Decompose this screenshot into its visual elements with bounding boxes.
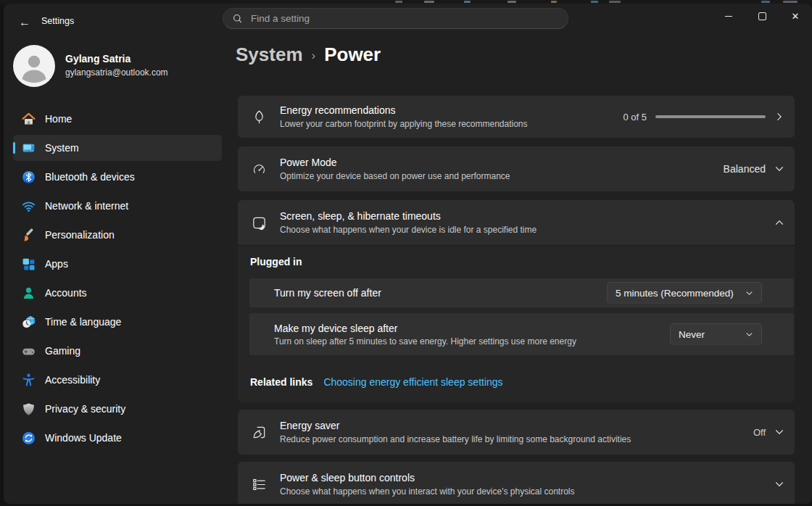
sidebar-item-accessibility[interactable]: Accessibility — [13, 367, 222, 393]
card-subtitle: Choose what happens when you interact wi… — [280, 486, 774, 497]
row-label: Make my device sleep after — [274, 322, 576, 335]
maximize-button[interactable] — [745, 4, 779, 28]
profile-email: gylangsatria@outlook.com — [65, 67, 168, 78]
bluetooth-icon — [20, 169, 36, 185]
search-icon — [232, 13, 243, 24]
card-title: Energy recommendations — [280, 104, 623, 117]
device-sleep-row: Make my device sleep after Turn on sleep… — [249, 313, 794, 355]
window-controls: ✕ — [712, 4, 812, 28]
chevron-right-icon — [774, 112, 784, 122]
power-mode-value: Balanced — [724, 163, 766, 175]
related-link-sleep-settings[interactable]: Choosing energy efficient sleep settings — [323, 376, 502, 388]
card-subtitle: Reduce power consumption and increase ba… — [280, 434, 753, 445]
sidebar-item-label: Accessibility — [45, 374, 100, 386]
settings-window: ← Settings ✕ Gylang Satria gylangsatria@… — [4, 4, 812, 504]
chevron-down-icon — [745, 289, 753, 297]
controls-list-icon — [238, 476, 280, 493]
home-icon — [20, 111, 36, 127]
accounts-icon — [20, 285, 36, 301]
chevron-down-icon — [745, 331, 753, 339]
energy-saver-card[interactable]: Energy saver Reduce power consumption an… — [238, 410, 795, 455]
sidebar-item-time-language[interactable]: Time & language — [13, 309, 222, 335]
screen-off-row: Turn my screen off after 5 minutes (Reco… — [249, 278, 794, 307]
timeouts-expander-header[interactable]: Screen, sleep, & hibernate timeouts Choo… — [238, 200, 795, 245]
card-subtitle: Lower your carbon footprint by applying … — [280, 118, 623, 130]
sidebar-item-gaming[interactable]: Gaming — [13, 338, 222, 364]
accessibility-icon — [20, 372, 36, 388]
leaf-battery-icon — [238, 424, 280, 441]
sidebar-item-label: Privacy & security — [45, 403, 125, 415]
gaming-icon — [20, 343, 36, 359]
breadcrumb: System › Power — [236, 43, 381, 66]
energy-recommendations-card[interactable]: Energy recommendations Lower your carbon… — [238, 96, 795, 138]
dropdown-value: Never — [679, 329, 705, 340]
sidebar-item-label: Time & language — [45, 316, 121, 328]
sidebar-item-network-internet[interactable]: Network & internet — [13, 193, 222, 219]
sidebar-item-accounts[interactable]: Accounts — [13, 280, 222, 306]
progress-label: 0 of 5 — [623, 112, 647, 123]
close-icon: ✕ — [792, 12, 800, 21]
avatar[interactable] — [13, 45, 55, 87]
related-links: Related links Choosing energy efficient … — [250, 376, 503, 388]
chevron-down-icon[interactable] — [774, 427, 784, 437]
row-subtitle: Turn on sleep after 5 minutes to save en… — [274, 336, 576, 347]
back-button[interactable]: ← — [14, 13, 36, 32]
search-input[interactable] — [249, 12, 559, 25]
sidebar-item-privacy-security[interactable]: Privacy & security — [13, 396, 222, 422]
apps-icon — [20, 256, 36, 272]
search-box[interactable] — [223, 8, 568, 29]
personalization-icon — [20, 227, 36, 243]
section-label-plugged-in: Plugged in — [250, 256, 302, 267]
sidebar-item-label: Network & internet — [45, 200, 128, 212]
timeouts-expanded-panel: Plugged in Turn my screen off after 5 mi… — [238, 245, 795, 402]
sidebar-item-label: Apps — [45, 258, 68, 270]
sidebar-item-apps[interactable]: Apps — [13, 251, 222, 277]
close-button[interactable]: ✕ — [779, 4, 812, 28]
card-subtitle: Choose what happens when your device is … — [280, 224, 774, 236]
sidebar-nav: Home System Bluetooth & devices Network … — [13, 106, 222, 454]
system-icon — [20, 140, 36, 156]
row-label: Turn my screen off after — [274, 286, 381, 299]
dropdown-value: 5 minutes (Recommended) — [616, 288, 734, 299]
progress-bar — [655, 115, 766, 118]
shield-icon — [20, 401, 36, 417]
card-subtitle: Optimize your device based on power use … — [280, 170, 724, 182]
chevron-down-icon[interactable] — [774, 479, 784, 489]
windows-update-icon — [20, 430, 36, 446]
screen-off-dropdown[interactable]: 5 minutes (Recommended) — [607, 282, 762, 304]
energy-saver-value: Off — [753, 427, 766, 438]
network-icon — [20, 198, 36, 214]
sidebar-item-label: Personalization — [45, 229, 115, 241]
sidebar-item-personalization[interactable]: Personalization — [13, 222, 222, 248]
card-title: Power & sleep button controls — [280, 471, 774, 484]
power-mode-card[interactable]: Power Mode Optimize your device based on… — [238, 146, 795, 191]
profile-name: Gylang Satria — [65, 53, 130, 65]
sidebar-item-bluetooth-devices[interactable]: Bluetooth & devices — [13, 164, 222, 190]
speedometer-icon — [238, 161, 280, 178]
breadcrumb-parent[interactable]: System — [236, 43, 303, 66]
card-title: Screen, sleep, & hibernate timeouts — [280, 210, 774, 223]
power-sleep-buttons-card[interactable]: Power & sleep button controls Choose wha… — [238, 462, 795, 504]
device-sleep-dropdown[interactable]: Never — [670, 323, 762, 345]
sidebar-item-label: Bluetooth & devices — [45, 171, 135, 183]
sidebar-item-label: Windows Update — [45, 432, 122, 444]
sidebar-item-home[interactable]: Home — [13, 106, 222, 132]
chevron-up-icon[interactable] — [774, 217, 784, 228]
page-title: Power — [324, 43, 381, 66]
sidebar-item-label: Accounts — [45, 287, 87, 299]
settings-content: Energy recommendations Lower your carbon… — [238, 96, 795, 504]
minimize-icon — [725, 16, 732, 17]
chevron-down-icon[interactable] — [774, 164, 784, 174]
card-title: Energy saver — [280, 419, 753, 432]
app-title: Settings — [41, 16, 74, 26]
maximize-icon — [758, 12, 766, 20]
related-links-label: Related links — [250, 376, 312, 388]
sidebar-item-system[interactable]: System — [13, 135, 222, 161]
time-language-icon — [20, 314, 36, 330]
card-title: Power Mode — [280, 156, 724, 169]
breadcrumb-separator-icon: › — [312, 46, 316, 63]
sidebar-item-label: Home — [45, 113, 72, 125]
sidebar-item-windows-update[interactable]: Windows Update — [13, 425, 222, 451]
minimize-button[interactable] — [712, 4, 745, 28]
screen-moon-icon — [238, 215, 280, 231]
